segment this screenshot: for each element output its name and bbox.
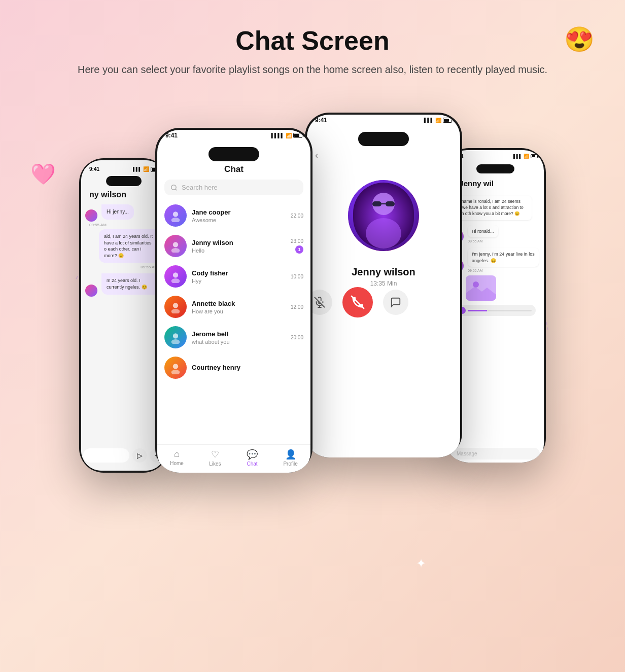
chat-badge-jenny: 1 [295, 245, 303, 254]
nav-profile[interactable]: 👤 Profile [283, 449, 297, 467]
lp-messages: Hi jenny... 09:55 AM ald, I am 24 years … [85, 200, 162, 299]
home-icon: ⌂ [174, 449, 180, 459]
avatar-jenny [164, 235, 187, 257]
chat-item-jerome[interactable]: Jerome bell what about you 20:00 [157, 322, 310, 352]
caller-avatar [348, 180, 419, 251]
chat-list-header: Chat [157, 161, 310, 180]
lp-message-2: ald, I am 24 years old. It have a lot of… [99, 229, 160, 263]
chat-icon: 💬 [247, 449, 258, 460]
svg-point-13 [171, 370, 180, 374]
chat-item-courtney[interactable]: Courtney henry [157, 352, 310, 383]
dynamic-island [209, 147, 259, 161]
chat-preview-cody: Hyy [192, 278, 286, 284]
phone-chat-list: 9:41 ▌▌▌▌ 📶 Chat Search here [155, 128, 312, 473]
svg-point-10 [173, 333, 178, 338]
avatar-jane [164, 204, 187, 227]
rp-audio-bar [455, 305, 536, 316]
chat-name-annette: Annette black [192, 300, 286, 307]
search-bar[interactable]: Search here [164, 180, 303, 195]
chat-list-status-bar: 9:41 ▌▌▌▌ 📶 [157, 130, 310, 141]
lp-message-3: m 24 years old. I currently ngeles. 😊 [101, 273, 160, 294]
avatar-courtney [164, 357, 187, 379]
svg-rect-16 [372, 201, 381, 206]
chat-name-jerome: Jerome bell [192, 330, 286, 338]
end-call-button[interactable] [342, 287, 373, 317]
chat-name-cody: Cody fisher [192, 269, 286, 277]
avatar-jerome [164, 326, 187, 348]
lp-contact-name: ny wilson [85, 189, 162, 200]
message-button[interactable] [383, 290, 408, 315]
bottom-nav: ⌂ Home ♡ Likes 💬 Chat 👤 Profile [157, 444, 310, 471]
left-partial-content: 9:41 ▌▌▌ 📶 ny wilson Hi jenny... 09:55 A… [81, 160, 166, 471]
page-subtitle: Here you can select your favorite playli… [0, 62, 625, 77]
search-placeholder: Search here [182, 184, 218, 191]
page-header: Chat Screen Here you can select your fav… [0, 0, 625, 92]
svg-point-9 [171, 309, 180, 313]
svg-point-6 [173, 272, 178, 277]
chat-preview-jerome: what about you [192, 339, 286, 345]
svg-point-4 [173, 242, 178, 247]
nav-home[interactable]: ⌂ Home [170, 449, 184, 467]
nav-chat[interactable]: 💬 Chat [247, 449, 258, 467]
nav-likes[interactable]: ♡ Likes [209, 449, 221, 467]
back-arrow[interactable]: ‹ [307, 146, 460, 165]
video-call-status-bar: 9:41 ▌▌▌ 📶 [307, 115, 460, 126]
chat-name-jenny: Jenny wilson [192, 239, 286, 246]
sparkle-decoration: ✦ [416, 556, 426, 571]
svg-rect-17 [386, 201, 395, 206]
emoji-eyes: 😍 [564, 25, 595, 54]
svg-point-7 [171, 278, 180, 283]
lp-message-1: Hi jenny... [101, 204, 134, 220]
svg-point-0 [171, 185, 176, 189]
chat-item-jenny[interactable]: Jenny wilson Hello 23:00 1 [157, 231, 310, 261]
rp-message-2: Hi ronald... [468, 225, 498, 238]
rp-message-1: My name is ronald, I am 24 seems like we… [450, 196, 532, 220]
rp-input-bar[interactable]: Massage [450, 448, 540, 459]
chat-item-jane[interactable]: Jane cooper Awesome 22:00 [157, 200, 310, 231]
chat-preview-annette: How are you [192, 308, 286, 314]
lp-status-bar: 9:41 ▌▌▌ 📶 [85, 164, 162, 174]
svg-point-8 [173, 303, 178, 308]
profile-icon: 👤 [285, 449, 296, 460]
rp-message-3: I'm jenny, I'm 24 year live in los angel… [468, 248, 539, 267]
svg-point-5 [171, 248, 180, 253]
chat-item-cody[interactable]: Cody fisher Hyy 10:00 [157, 261, 310, 292]
chat-preview-jane: Awesome [192, 217, 286, 223]
chat-name-courtney: Courtney henry [192, 364, 303, 371]
svg-line-23 [351, 296, 364, 309]
dynamic-island-vc [358, 132, 409, 146]
svg-point-25 [473, 281, 479, 288]
likes-icon: ♡ [211, 449, 219, 460]
call-duration: 13:35 Min [370, 280, 397, 287]
call-controls [307, 287, 460, 317]
avatar-annette [164, 296, 187, 318]
avatar-cody [164, 265, 187, 288]
page-title: Chat Screen [0, 25, 625, 56]
svg-point-11 [171, 339, 180, 344]
svg-line-1 [176, 189, 177, 190]
svg-point-2 [173, 211, 178, 217]
phone-left-partial: 9:41 ▌▌▌ 📶 ny wilson Hi jenny... 09:55 A… [79, 158, 168, 473]
phones-container: 9:41 ▌▌▌ 📶 ny wilson Hi jenny... 09:55 A… [0, 92, 625, 483]
caller-name: Jenny wilson [352, 266, 415, 278]
svg-point-12 [173, 364, 178, 369]
svg-point-3 [171, 218, 180, 222]
chat-item-annette[interactable]: Annette black How are you 12:00 [157, 292, 310, 322]
rp-msg-row-3: I'm jenny, I'm 24 year live in los angel… [450, 246, 540, 272]
svg-point-19 [366, 218, 401, 249]
chat-name-jane: Jane cooper [192, 208, 286, 216]
phone-video-call: 9:41 ▌▌▌ 📶 ‹ [305, 113, 462, 457]
chat-list: Jane cooper Awesome 22:00 Jenny wilson H… [157, 200, 310, 383]
rp-msg-row-2: Hi ronald... 09:55 AM [450, 223, 540, 243]
chat-preview-jenny: Hello [192, 247, 286, 254]
